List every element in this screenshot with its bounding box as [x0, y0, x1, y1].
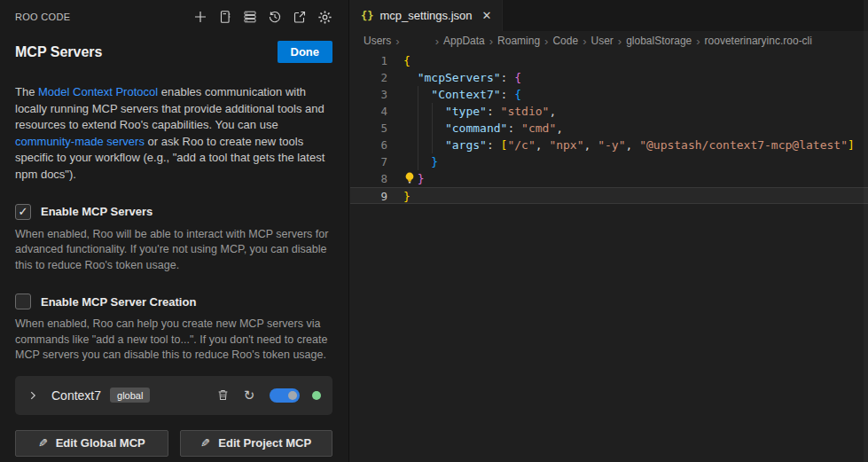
- chevron-right-icon: ›: [489, 35, 493, 48]
- header-icon-row: [192, 9, 332, 25]
- code-line[interactable]: 3 "Context7": {: [350, 86, 868, 103]
- edit-global-mcp-button[interactable]: ✎Edit Global MCP: [15, 430, 168, 457]
- line-number: 5: [350, 120, 387, 137]
- app-window: ROO CODE: [0, 0, 868, 462]
- prompts-notebook-icon[interactable]: [217, 9, 233, 25]
- breadcrumb-segment[interactable]: Users: [364, 35, 391, 47]
- title-row: MCP Servers Done: [15, 41, 332, 63]
- enable-mcp-servers-section: ✓ Enable MCP Servers When enabled, Roo w…: [15, 204, 332, 274]
- enable-mcp-servers-row: ✓ Enable MCP Servers: [15, 204, 332, 220]
- enable-mcp-servers-label: Enable MCP Servers: [41, 205, 152, 218]
- lightbulb-icon[interactable]: [403, 171, 417, 185]
- edit-global-mcp-label: Edit Global MCP: [56, 436, 145, 450]
- server-enabled-toggle[interactable]: [270, 388, 300, 403]
- roo-code-sidebar: ROO CODE: [0, 0, 349, 462]
- intro-text: The: [15, 85, 38, 98]
- code-line[interactable]: 4 "type": "stdio",: [350, 103, 868, 120]
- code-area[interactable]: 1{2 "mcpServers": {3 "Context7": {4 "typ…: [350, 51, 868, 204]
- code-line[interactable]: 5 "command": "cmd",: [350, 120, 868, 137]
- chevron-right-icon: ›: [583, 35, 586, 48]
- tab-mcp-settings[interactable]: {} mcp_settings.json ✕: [350, 0, 503, 31]
- enable-mcp-creation-description: When enabled, Roo can help you create ne…: [15, 317, 332, 364]
- server-status-dot: [312, 391, 321, 400]
- tab-filename: mcp_settings.json: [379, 9, 472, 22]
- community-made-servers-link[interactable]: community-made servers: [15, 135, 145, 148]
- breadcrumb-segment[interactable]: AppData: [443, 35, 485, 47]
- page-title: MCP Servers: [15, 44, 102, 60]
- editor-scrollbar[interactable]: [864, 0, 868, 462]
- edit-project-mcp-button[interactable]: ✎Edit Project MCP: [180, 430, 333, 457]
- json-file-icon: {}: [361, 10, 373, 22]
- line-number: 9: [350, 188, 387, 203]
- line-number: 3: [350, 86, 387, 103]
- enable-mcp-creation-checkbox[interactable]: [15, 294, 31, 309]
- delete-server-trash-icon[interactable]: [213, 386, 232, 405]
- code-line[interactable]: 2 "mcpServers": {: [350, 69, 868, 86]
- history-icon[interactable]: [267, 9, 283, 25]
- line-number: 4: [350, 103, 387, 120]
- code-line[interactable]: 9}: [350, 187, 868, 204]
- done-button[interactable]: Done: [278, 41, 333, 63]
- line-number: 2: [350, 69, 387, 86]
- extension-title: ROO CODE: [15, 12, 70, 22]
- mcp-servers-icon[interactable]: [242, 9, 258, 25]
- close-tab-icon[interactable]: ✕: [482, 9, 492, 22]
- new-task-plus-icon[interactable]: [192, 9, 208, 25]
- code-lines: 1{2 "mcpServers": {3 "Context7": {4 "typ…: [350, 52, 868, 204]
- code-line[interactable]: 6 "args": ["/c", "npx", "-y", "@upstash/…: [350, 137, 868, 153]
- breadcrumb: Users››AppData›Roaming›Code›User›globalS…: [350, 31, 868, 51]
- enable-mcp-servers-checkbox[interactable]: ✓: [15, 204, 31, 220]
- scope-badge: global: [110, 388, 150, 403]
- mcp-server-row[interactable]: Context7 global ↻: [15, 376, 332, 415]
- line-number: 1: [350, 52, 387, 69]
- chevron-right-icon: ›: [696, 35, 700, 48]
- panel-header: ROO CODE: [15, 9, 332, 25]
- code-line[interactable]: 8 }: [350, 170, 868, 187]
- edit-project-mcp-label: Edit Project MCP: [218, 436, 311, 450]
- breadcrumb-segment[interactable]: rooveterinaryinc.roo-cli: [705, 35, 812, 47]
- chevron-right-icon: ›: [544, 35, 548, 48]
- code-line[interactable]: 1{: [350, 52, 868, 69]
- enable-mcp-creation-section: Enable MCP Server Creation When enabled,…: [15, 294, 332, 364]
- code-line[interactable]: 7 }: [350, 153, 868, 170]
- pencil-icon: ✎: [200, 436, 210, 450]
- toggle-knob: [288, 391, 297, 400]
- server-name: Context7: [51, 388, 101, 403]
- tab-bar: {} mcp_settings.json ✕: [350, 0, 868, 31]
- checkmark-icon: ✓: [19, 205, 28, 218]
- model-context-protocol-link[interactable]: Model Context Protocol: [38, 85, 158, 98]
- restart-server-icon[interactable]: ↻: [239, 386, 259, 405]
- enable-mcp-creation-label: Enable MCP Server Creation: [41, 295, 196, 309]
- chevron-right-icon: ›: [435, 35, 439, 48]
- enable-mcp-servers-description: When enabled, Roo will be able to intera…: [15, 227, 332, 274]
- chevron-right-icon: ›: [395, 35, 399, 48]
- line-number: 8: [350, 170, 387, 187]
- settings-gear-icon[interactable]: [317, 9, 332, 25]
- breadcrumb-segment[interactable]: globalStorage: [626, 35, 692, 47]
- editor-pane: {} mcp_settings.json ✕ Users››AppData›Ro…: [350, 0, 868, 462]
- enable-mcp-creation-row: Enable MCP Server Creation: [15, 294, 332, 309]
- edit-buttons-row: ✎Edit Global MCP ✎Edit Project MCP: [15, 430, 332, 457]
- breadcrumb-segment[interactable]: Roaming: [497, 35, 540, 47]
- expand-chevron-icon[interactable]: [27, 389, 39, 402]
- chevron-right-icon: ›: [618, 35, 622, 48]
- open-in-editor-icon[interactable]: [292, 9, 308, 25]
- intro-paragraph: The Model Context Protocol enables commu…: [15, 84, 332, 184]
- breadcrumb-segment[interactable]: Code: [552, 35, 578, 47]
- pencil-icon: ✎: [38, 436, 48, 450]
- line-number: 7: [350, 153, 387, 170]
- line-number: 6: [350, 137, 387, 153]
- breadcrumb-segment[interactable]: User: [590, 35, 613, 47]
